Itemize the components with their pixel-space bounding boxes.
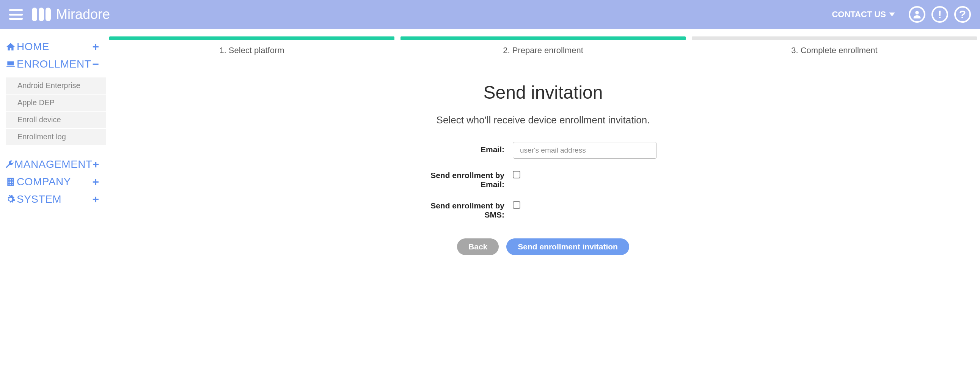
building-icon [5, 177, 17, 187]
help-icon[interactable]: ? [954, 6, 971, 23]
send-email-checkbox[interactable] [513, 171, 520, 179]
chevron-down-icon [889, 13, 895, 16]
nav-home[interactable]: HOME + [0, 38, 106, 56]
nav-management[interactable]: MANAGEMENT + [0, 156, 106, 173]
collapse-icon[interactable]: − [92, 58, 99, 70]
nav-home-label: HOME [17, 41, 92, 53]
nav-system[interactable]: SYSTEM + [0, 191, 106, 208]
wrench-icon [5, 160, 14, 169]
expand-icon[interactable]: + [92, 158, 99, 171]
step-bar [401, 37, 686, 40]
home-icon [5, 42, 17, 52]
nav-android-enterprise[interactable]: Android Enterprise [6, 77, 106, 94]
step-label: 2. Prepare enrollment [401, 46, 686, 56]
step-bar [692, 37, 977, 40]
menu-toggle-icon[interactable] [9, 9, 23, 20]
contact-us-dropdown[interactable]: CONTACT US [832, 10, 895, 19]
nav-company-label: COMPANY [17, 176, 92, 188]
send-sms-checkbox[interactable] [513, 201, 520, 209]
invitation-form: Email: Send enrollment by Email: Send en… [422, 142, 665, 255]
contact-us-label: CONTACT US [832, 10, 886, 19]
brand-logo[interactable]: Miradore [32, 6, 110, 22]
expand-icon[interactable]: + [92, 176, 99, 188]
step-bar [109, 37, 395, 40]
step-select-platform[interactable]: 1. Select platform [109, 37, 395, 56]
logo-icon [32, 8, 51, 21]
expand-icon[interactable]: + [92, 40, 99, 53]
page-subtitle: Select who'll receive device enrollment … [109, 114, 977, 126]
step-label: 3. Complete enrollment [692, 46, 977, 56]
gear-icon [5, 195, 17, 204]
app-header: Miradore CONTACT US ! ? [0, 0, 980, 29]
back-button[interactable]: Back [457, 238, 499, 255]
nav-system-label: SYSTEM [17, 193, 92, 205]
nav-apple-dep[interactable]: Apple DEP [6, 94, 106, 111]
nav-enrollment-log[interactable]: Enrollment log [6, 128, 106, 145]
nav-company[interactable]: COMPANY + [0, 173, 106, 191]
nav-enrollment-children: Android Enterprise Apple DEP Enroll devi… [6, 77, 106, 145]
nav-enrollment[interactable]: ENROLLMENT − [0, 56, 106, 73]
page-title: Send invitation [109, 82, 977, 103]
laptop-icon [5, 59, 17, 69]
nav-enrollment-label: ENROLLMENT [17, 58, 92, 70]
email-label: Email: [422, 142, 513, 154]
send-email-label: Send enrollment by Email: [422, 168, 513, 189]
step-complete-enrollment[interactable]: 3. Complete enrollment [692, 37, 977, 56]
send-invitation-button[interactable]: Send enrollment invitation [506, 238, 629, 255]
user-account-icon[interactable] [909, 6, 925, 23]
alert-icon[interactable]: ! [931, 6, 948, 23]
wizard-steps: 1. Select platform 2. Prepare enrollment… [109, 29, 977, 56]
sidebar: HOME + ENROLLMENT − Android Enterprise A… [0, 29, 106, 391]
send-sms-label: Send enrollment by SMS: [422, 198, 513, 219]
svg-point-0 [915, 11, 919, 14]
email-input[interactable] [513, 142, 657, 159]
step-prepare-enrollment[interactable]: 2. Prepare enrollment [401, 37, 686, 56]
expand-icon[interactable]: + [92, 193, 99, 206]
main-panel: 1. Select platform 2. Prepare enrollment… [106, 29, 980, 391]
nav-enroll-device[interactable]: Enroll device [6, 111, 106, 128]
brand-name: Miradore [56, 6, 110, 22]
step-label: 1. Select platform [109, 46, 395, 56]
nav-management-label: MANAGEMENT [14, 158, 92, 171]
